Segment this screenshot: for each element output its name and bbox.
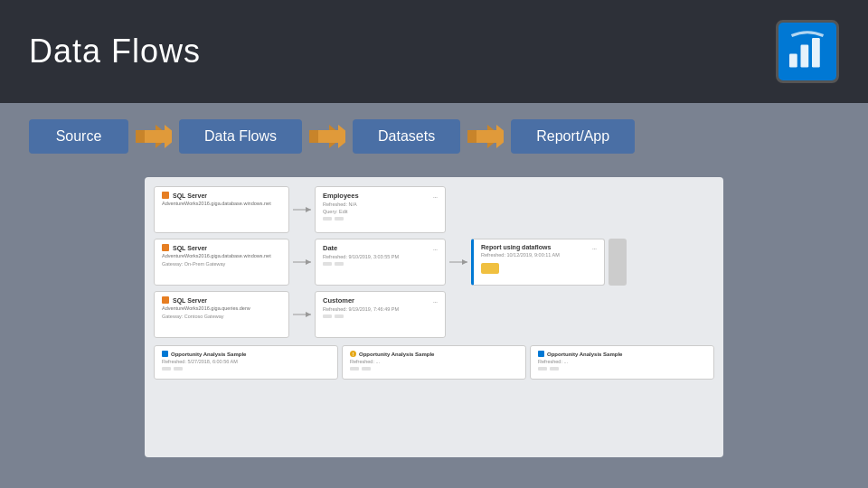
report-card: Report using dataflows ... Refreshed: 10…	[471, 239, 605, 286]
report-refresh: Refreshed: 10/12/2019, 9:00:11 AM	[481, 252, 597, 258]
analysis-actions-2	[350, 367, 518, 371]
entity-refresh-date: Refreshed: 9/10/2019, 3:03:55 PM	[323, 254, 438, 259]
action-dot	[335, 262, 344, 266]
source-url-2: AdventureWorks2016.giga.database.windows…	[162, 253, 281, 259]
partial-card	[609, 239, 627, 286]
sql-icon-1	[162, 192, 169, 199]
source-card-2: SQL Server AdventureWorks2016.giga.datab…	[154, 239, 289, 286]
entity-name-customer: Customer	[323, 296, 354, 305]
action-dot	[335, 314, 344, 318]
action-dot	[538, 367, 547, 371]
flow-step-dataflows[interactable]: Data Flows	[179, 119, 302, 154]
report-menu[interactable]: ...	[592, 245, 597, 250]
power-bi-logo	[776, 20, 839, 83]
source-gateway-3: Gateway: Contoso Gateway	[162, 314, 281, 319]
diagram-inner: SQL Server AdventureWorks2016.giga.datab…	[154, 186, 714, 448]
analysis-name-3: Opportunity Analysis Sample	[547, 352, 622, 357]
source-type-3: SQL Server	[173, 297, 207, 304]
source-card-3: SQL Server AdventureWorks2016.giga.queri…	[154, 291, 289, 338]
analysis-icon-3	[538, 351, 544, 357]
analysis-name-2: Opportunity Analysis Sample	[359, 352, 434, 357]
source-type-1: SQL Server	[173, 192, 207, 199]
card-actions-1	[323, 217, 438, 221]
card-actions-3	[323, 314, 438, 318]
action-dot	[162, 367, 171, 371]
action-dot	[335, 217, 344, 221]
source-gateway-2: Gateway: On-Prem Gateway	[162, 261, 281, 267]
source-url-1: AdventureWorks2016.giga.database.windows…	[162, 201, 281, 207]
connector-3	[293, 305, 311, 324]
analysis-icon-1	[162, 351, 168, 357]
action-dot	[174, 367, 183, 371]
diagram-container: SQL Server AdventureWorks2016.giga.datab…	[145, 177, 723, 457]
entity-card-date: Date ... Refreshed: 9/10/2019, 3:03:55 P…	[315, 239, 446, 286]
analysis-date-1: Refreshed: 5/27/2018, 6:00:56 AM	[162, 359, 330, 364]
connector-2b	[449, 253, 467, 271]
svg-marker-10	[306, 207, 311, 212]
card-actions-2	[323, 262, 438, 266]
source-type-2: SQL Server	[173, 245, 207, 251]
svg-marker-12	[306, 259, 311, 265]
analysis-name-1: Opportunity Analysis Sample	[171, 352, 246, 357]
entity-name-date: Date	[323, 244, 337, 252]
svg-marker-14	[462, 259, 467, 265]
analysis-card-2: ! Opportunity Analysis Sample Refreshed:…	[342, 345, 526, 380]
action-dot	[362, 367, 371, 371]
warning-icon-2: !	[350, 351, 356, 357]
analysis-actions-3	[538, 367, 706, 371]
action-dot	[323, 262, 332, 266]
diagram-row-3: SQL Server AdventureWorks2016.giga.queri…	[154, 291, 714, 338]
entity-card-customer: Customer ... Refreshed: 9/19/2019, 7:46:…	[315, 291, 446, 338]
action-dot	[323, 314, 332, 318]
sql-icon-3	[162, 296, 169, 304]
diagram-row-1: SQL Server AdventureWorks2016.giga.datab…	[154, 186, 714, 233]
source-card-1: SQL Server AdventureWorks2016.giga.datab…	[154, 186, 289, 233]
connector-1	[293, 201, 311, 219]
entity-name-employees: Employees	[323, 192, 359, 200]
flow-arrow-3	[467, 123, 504, 150]
flow-step-report-app[interactable]: Report/App	[511, 119, 635, 154]
svg-rect-1	[801, 45, 809, 68]
svg-rect-2	[812, 38, 820, 68]
diagram-row-2: SQL Server AdventureWorks2016.giga.datab…	[154, 239, 714, 286]
page-title: Data Flows	[29, 33, 201, 70]
entity-detail-employees: Query: Edit	[323, 209, 438, 214]
sql-icon-2	[162, 244, 169, 251]
flow-step-datasets[interactable]: Datasets	[353, 119, 460, 154]
action-dot	[323, 217, 332, 221]
entity-menu-1[interactable]: ...	[433, 193, 438, 199]
analysis-card-1: Opportunity Analysis Sample Refreshed: 5…	[154, 345, 338, 380]
source-url-3: AdventureWorks2016.giga.queries.derw	[162, 305, 281, 312]
entity-refresh-customer: Refreshed: 9/19/2019, 7:46:49 PM	[323, 306, 438, 312]
flow-bar: Source Data Flows Datasets Report/App	[0, 103, 868, 170]
analysis-actions-1	[162, 367, 330, 371]
flow-arrow-1	[136, 123, 172, 150]
flow-step-source[interactable]: Source	[29, 119, 128, 154]
analysis-card-3: Opportunity Analysis Sample Refreshed: .…	[530, 345, 714, 380]
svg-rect-0	[789, 54, 797, 68]
action-dot	[550, 367, 559, 371]
header: Data Flows	[0, 0, 868, 103]
connector-2	[293, 253, 311, 271]
entity-refresh-employees: Refreshed: N/A	[323, 202, 438, 207]
report-name: Report using dataflows	[481, 244, 551, 250]
entity-menu-3[interactable]: ...	[433, 298, 438, 304]
entity-card-employees: Employees ... Refreshed: N/A Query: Edit	[315, 186, 446, 233]
content-area: SQL Server AdventureWorks2016.giga.datab…	[0, 170, 868, 488]
analysis-date-3: Refreshed: ...	[538, 359, 706, 364]
analysis-row: Opportunity Analysis Sample Refreshed: 5…	[154, 345, 714, 380]
analysis-date-2: Refreshed: ...	[350, 359, 518, 364]
svg-marker-16	[306, 312, 311, 317]
action-dot	[350, 367, 359, 371]
flow-arrow-2	[309, 123, 345, 150]
main-container: Data Flows Source Data Flows	[0, 0, 868, 488]
entity-menu-2[interactable]: ...	[433, 246, 438, 251]
report-badge	[481, 263, 499, 274]
